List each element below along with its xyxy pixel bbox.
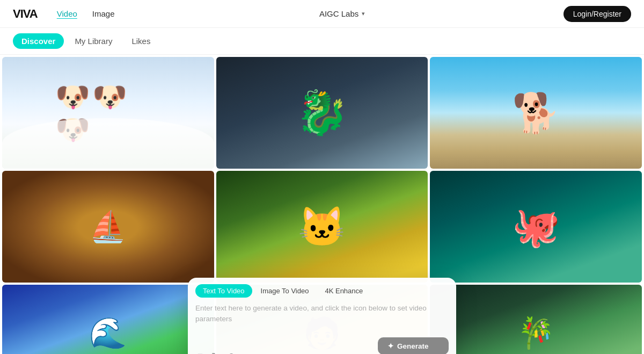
prompt-input-area <box>188 301 456 334</box>
aigc-label: AIGC Labs <box>319 9 358 18</box>
gallery-item-2[interactable]: 🐉 <box>216 57 428 169</box>
login-register-button[interactable]: Login/Register <box>564 6 631 22</box>
prompt-bottom: ≡ ↻ ⊕ ✦ Generate ✦ Magic Prompt <box>188 334 456 354</box>
generate-label: Generate <box>397 342 429 350</box>
nav-video[interactable]: Video <box>50 6 84 21</box>
gallery-item-7[interactable]: 🌊 <box>2 285 214 354</box>
gallery-item-4[interactable]: ⛵ <box>2 171 214 283</box>
prompt-tab-text-to-video[interactable]: Text To Video <box>195 284 252 298</box>
refresh-icon: ↻ <box>211 351 219 355</box>
logo[interactable]: VIVA <box>13 7 38 21</box>
refresh-icon-button[interactable]: ↻ <box>209 349 221 355</box>
gallery-item-5[interactable]: 🐱 <box>216 171 428 283</box>
prompt-tab-image-to-video[interactable]: Image To Video <box>253 284 317 298</box>
gallery-item-6[interactable]: 🐙 <box>430 171 642 283</box>
chevron-down-icon: ▾ <box>362 10 365 17</box>
subnav: Discover My Library Likes <box>0 28 644 55</box>
gallery-item-9[interactable]: 🎋 <box>430 285 642 354</box>
sliders-icon-button[interactable]: ≡ <box>195 349 205 354</box>
logo-va: VA <box>23 7 38 20</box>
aigc-labs-button[interactable]: AIGC Labs ▾ <box>314 7 370 20</box>
wand-icon-button[interactable]: ⊕ <box>225 349 237 355</box>
logo-accent: VI <box>13 7 23 20</box>
prompt-actions: ✦ Generate ✦ Magic Prompt <box>378 337 449 354</box>
subnav-discover[interactable]: Discover <box>13 33 64 49</box>
gallery-item-1[interactable] <box>2 57 214 169</box>
wand-icon: ⊕ <box>228 351 235 355</box>
generate-button[interactable]: ✦ Generate <box>378 337 449 354</box>
gallery: 🐉 🐕 ⛵ 🐱 🐙 🌊 🧑 🎋 Text To Video Image To V… <box>0 55 644 354</box>
prompt-tab-4k-enhance[interactable]: 4K Enhance <box>317 284 370 298</box>
prompt-panel: Text To Video Image To Video 4K Enhance … <box>188 278 456 354</box>
sparkle-icon: ✦ <box>387 342 394 350</box>
nav-image[interactable]: Image <box>86 6 121 21</box>
header: VIVA Video Image AIGC Labs ▾ Login/Regis… <box>0 0 644 28</box>
main-nav: Video Image <box>50 6 121 21</box>
subnav-my-library[interactable]: My Library <box>66 33 121 49</box>
gallery-item-3[interactable]: 🐕 <box>430 57 642 169</box>
header-center: AIGC Labs ▾ <box>121 7 564 20</box>
subnav-likes[interactable]: Likes <box>123 33 159 49</box>
prompt-tabs: Text To Video Image To Video 4K Enhance <box>188 278 456 301</box>
sliders-icon: ≡ <box>197 351 203 354</box>
prompt-textarea[interactable] <box>195 303 449 329</box>
